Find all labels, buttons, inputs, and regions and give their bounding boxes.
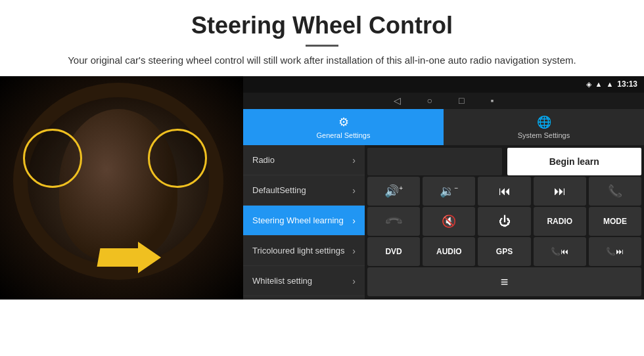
phone-answer-button[interactable]: 📞	[589, 177, 641, 206]
row-media-controls: 🔊+ 🔉− ⏮ ⏭ 📞	[367, 177, 641, 206]
tab-system-settings[interactable]: 🌐 System Settings	[444, 109, 644, 146]
volume-up-button[interactable]: 🔊+	[367, 177, 420, 206]
settings-gear-icon: ⚙	[338, 115, 349, 129]
left-menu: Radio › DefaultSetting › Steering Wheel …	[243, 145, 365, 299]
row-phone-controls: 📞 🔇 ⏻ RADIO MODE	[367, 207, 641, 236]
clock: 13:13	[617, 79, 637, 89]
subtitle-text: Your original car's steering wheel contr…	[26, 53, 618, 68]
hang-up-button[interactable]: 📞	[367, 207, 420, 236]
power-button[interactable]: ⏻	[478, 207, 530, 236]
arrow-overlay	[79, 221, 158, 273]
recent-button[interactable]: □	[459, 95, 464, 106]
menu-radio-label: Radio	[252, 155, 275, 165]
menu-item-steering-wheel[interactable]: Steering Wheel learning ›	[243, 206, 365, 236]
radio-button[interactable]: RADIO	[534, 207, 586, 236]
tab-bar: ⚙ General Settings 🌐 System Settings	[243, 109, 644, 146]
chevron-icon: ›	[352, 185, 356, 196]
header-section: Steering Wheel Control Your original car…	[0, 0, 644, 76]
tab-general-label: General Settings	[317, 131, 371, 139]
system-icon: 🌐	[537, 115, 551, 129]
audio-button[interactable]: AUDIO	[423, 237, 475, 266]
chevron-icon: ›	[352, 155, 356, 166]
tab-general-settings[interactable]: ⚙ General Settings	[243, 109, 444, 146]
prev-track-icon: ⏮	[499, 185, 511, 198]
nav-bar: ◁ ○ □ ▪	[243, 93, 644, 109]
next-track-icon: ⏭	[554, 185, 566, 198]
wifi-icon: ▲	[595, 80, 603, 88]
phone-prev-icon: 📞⏮	[551, 247, 568, 256]
dvd-button[interactable]: DVD	[367, 237, 420, 266]
location-icon: ◈	[586, 80, 591, 89]
car-bg	[0, 76, 243, 300]
menu-item-tricoloured[interactable]: Tricoloured light settings ›	[243, 236, 365, 266]
cast-button[interactable]: ▪	[490, 95, 494, 106]
gps-button[interactable]: GPS	[478, 237, 530, 266]
list-icon: ≡	[501, 275, 509, 290]
menu-item-whitelist[interactable]: Whitelist setting ›	[243, 266, 365, 296]
mute-icon: 🔇	[442, 214, 456, 229]
back-button[interactable]: ◁	[394, 95, 401, 106]
main-content: Radio › DefaultSetting › Steering Wheel …	[243, 145, 644, 299]
chevron-icon: ›	[352, 276, 356, 286]
menu-tricoloured-label: Tricoloured light settings	[252, 246, 344, 256]
mute-button[interactable]: 🔇	[423, 207, 475, 236]
mode-button[interactable]: MODE	[589, 207, 641, 236]
row-begin-learn: Begin learn	[367, 148, 641, 175]
chevron-icon: ›	[352, 215, 356, 226]
chevron-icon: ›	[352, 246, 356, 256]
page-title: Steering Wheel Control	[26, 12, 618, 39]
volume-up-icon: 🔊+	[384, 184, 403, 198]
arrow-head	[138, 242, 161, 273]
volume-down-icon: 🔉−	[440, 184, 458, 198]
home-button[interactable]: ○	[427, 95, 432, 106]
row-source-controls: DVD AUDIO GPS 📞⏮ 📞⏭	[367, 237, 641, 266]
phone-next-icon: 📞⏭	[606, 247, 624, 256]
status-bar: ◈ ▲ ▲ 13:13	[243, 76, 644, 93]
volume-down-button[interactable]: 🔉−	[423, 177, 475, 206]
highlight-circle-right	[148, 129, 207, 188]
highlight-circle-left	[23, 129, 82, 188]
right-panel: Begin learn 🔊+ 🔉− ⏮ ⏭	[365, 145, 644, 299]
menu-item-default-setting[interactable]: DefaultSetting ›	[243, 175, 365, 206]
phone-prev-button[interactable]: 📞⏮	[534, 237, 586, 266]
hang-up-icon: 📞	[384, 211, 404, 232]
prev-track-button[interactable]: ⏮	[478, 177, 530, 206]
next-track-button[interactable]: ⏭	[534, 177, 586, 206]
car-image	[0, 76, 243, 300]
list-button[interactable]: ≡	[367, 267, 641, 296]
empty-slot-1	[367, 148, 502, 175]
content-area: ◈ ▲ ▲ 13:13 ◁ ○ □ ▪ ⚙ General Settings 🌐…	[0, 76, 644, 300]
row-list: ≡	[367, 267, 641, 296]
signal-icon: ▲	[606, 80, 613, 88]
title-divider	[306, 45, 338, 47]
menu-default-label: DefaultSetting	[252, 185, 306, 195]
begin-learn-button[interactable]: Begin learn	[507, 148, 642, 175]
phone-next-button[interactable]: 📞⏭	[589, 237, 641, 266]
menu-steering-label: Steering Wheel learning	[252, 215, 344, 225]
menu-item-radio[interactable]: Radio ›	[243, 145, 365, 175]
menu-whitelist-label: Whitelist setting	[252, 276, 312, 286]
power-icon: ⏻	[499, 215, 511, 229]
tab-system-label: System Settings	[518, 131, 570, 139]
phone-icon: 📞	[608, 184, 622, 198]
android-ui: ◈ ▲ ▲ 13:13 ◁ ○ □ ▪ ⚙ General Settings 🌐…	[243, 76, 644, 300]
